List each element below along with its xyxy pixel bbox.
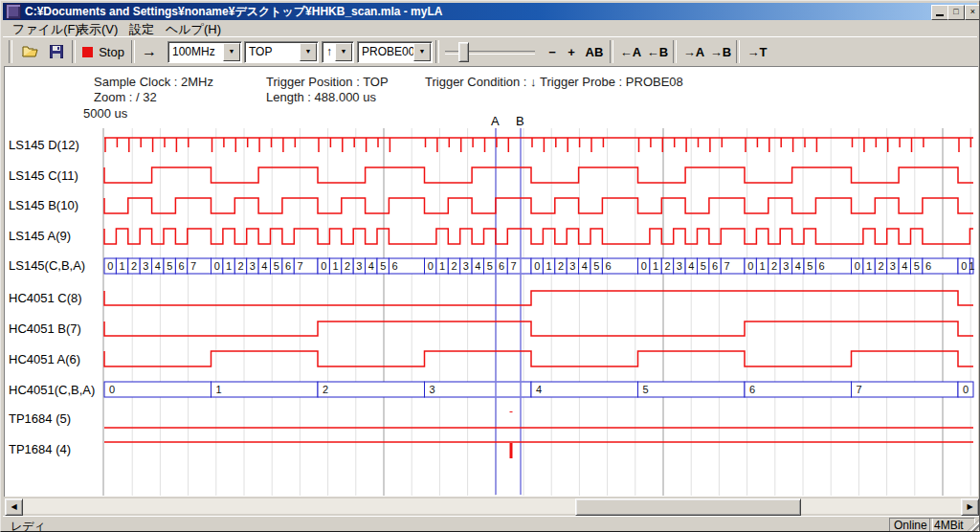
svg-text:4: 4	[261, 260, 267, 272]
svg-text:7: 7	[510, 260, 516, 272]
svg-text:4: 4	[902, 260, 907, 272]
svg-text:1: 1	[226, 260, 232, 272]
svg-text:6: 6	[392, 260, 398, 272]
svg-text:0: 0	[321, 260, 326, 272]
svg-text:3: 3	[783, 260, 789, 272]
svg-text:4: 4	[582, 260, 588, 272]
svg-text:3: 3	[356, 260, 362, 272]
svg-text:1: 1	[760, 260, 766, 272]
svg-text:1: 1	[120, 260, 125, 272]
horizontal-scrollbar[interactable]: ◀ ▶	[5, 499, 977, 514]
svg-text:0: 0	[961, 260, 967, 272]
svg-text:2: 2	[451, 260, 457, 272]
svg-text:5: 5	[167, 260, 172, 272]
status-ready-text: レディ	[11, 519, 46, 532]
svg-text:4: 4	[688, 260, 694, 272]
svg-text:5: 5	[914, 260, 920, 272]
svg-text:6: 6	[925, 260, 931, 272]
svg-text:6: 6	[712, 260, 718, 272]
svg-text:1: 1	[653, 260, 658, 272]
svg-text:4: 4	[475, 260, 480, 272]
svg-text:2: 2	[345, 260, 350, 272]
scroll-right-button[interactable]: ▶	[961, 499, 979, 516]
svg-text:0: 0	[428, 260, 434, 272]
svg-text:6: 6	[606, 260, 612, 272]
svg-text:6: 6	[749, 384, 755, 395]
scroll-left-button[interactable]: ◀	[5, 499, 23, 516]
svg-text:2: 2	[771, 260, 777, 272]
status-online-panel: Online	[889, 518, 933, 532]
svg-text:6: 6	[499, 260, 504, 272]
svg-text:4: 4	[536, 384, 542, 395]
svg-text:0: 0	[641, 260, 647, 272]
svg-text:5: 5	[807, 260, 813, 272]
svg-text:2: 2	[664, 260, 670, 272]
svg-text:2: 2	[131, 260, 137, 272]
svg-text:6: 6	[819, 260, 825, 272]
svg-text:4: 4	[368, 260, 374, 272]
svg-text:7: 7	[724, 260, 729, 272]
svg-text:5: 5	[643, 384, 649, 395]
svg-text:0: 0	[534, 260, 540, 272]
svg-text:3: 3	[890, 260, 896, 272]
status-bar: レディ Online4MBit	[3, 516, 979, 532]
svg-text:2: 2	[558, 260, 564, 272]
svg-text:5: 5	[487, 260, 493, 272]
svg-text:6: 6	[179, 260, 185, 272]
waveform-plot[interactable]: 0123456701234567012345601234567012345601…	[1, 1, 980, 532]
svg-text:1: 1	[216, 384, 222, 395]
svg-text:6: 6	[285, 260, 291, 272]
svg-text:3: 3	[677, 260, 682, 272]
svg-text:7: 7	[190, 260, 196, 272]
svg-text:0: 0	[214, 260, 220, 272]
svg-text:1: 1	[866, 260, 872, 272]
svg-text:3: 3	[250, 260, 256, 272]
app-window: C:¥Documents and Settings¥noname¥デスクトップ¥…	[0, 0, 980, 532]
scrollbar-thumb[interactable]	[575, 499, 801, 516]
svg-text:7: 7	[297, 260, 302, 272]
svg-text:5: 5	[701, 260, 706, 272]
svg-text:3: 3	[430, 384, 435, 395]
svg-text:3: 3	[569, 260, 575, 272]
svg-text:0: 0	[107, 260, 113, 272]
svg-text:4: 4	[155, 260, 161, 272]
svg-text:2: 2	[323, 384, 328, 395]
svg-text:0: 0	[963, 384, 969, 395]
svg-text:1: 1	[546, 260, 552, 272]
svg-text:1: 1	[969, 260, 974, 272]
svg-text:3: 3	[463, 260, 469, 272]
svg-text:7: 7	[857, 384, 862, 395]
svg-text:1: 1	[333, 260, 339, 272]
svg-text:5: 5	[593, 260, 599, 272]
svg-text:2: 2	[237, 260, 243, 272]
status-memory-panel: 4MBit	[929, 518, 975, 532]
svg-text:0: 0	[855, 260, 860, 272]
svg-text:3: 3	[143, 260, 148, 272]
svg-text:1: 1	[439, 260, 445, 272]
svg-text:4: 4	[795, 260, 801, 272]
svg-text:5: 5	[274, 260, 279, 272]
svg-text:5: 5	[380, 260, 386, 272]
svg-text:2: 2	[878, 260, 883, 272]
svg-text:0: 0	[747, 260, 753, 272]
svg-text:0: 0	[109, 384, 115, 395]
